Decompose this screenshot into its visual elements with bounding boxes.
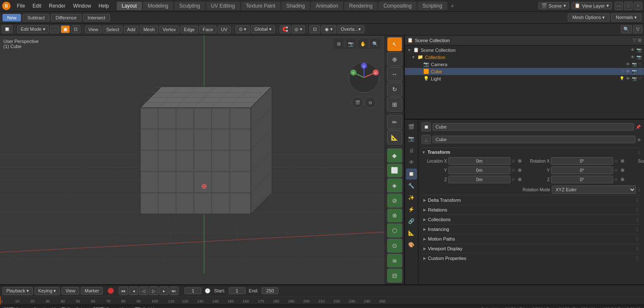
props-icon-output[interactable]: 🖨 [406, 145, 417, 156]
transform-orientation[interactable]: Global ▾ [251, 25, 275, 33]
tool-annotate[interactable]: ✏ [387, 115, 402, 129]
coll-render-icon[interactable]: 📷 [636, 55, 641, 59]
view-menu[interactable]: View [85, 26, 102, 33]
cube-render-icon[interactable]: 📷 [632, 69, 637, 74]
mesh-display-vertices[interactable]: · [50, 26, 59, 33]
light-render-icon[interactable]: 📷 [632, 76, 637, 81]
shading-mode[interactable]: ◉ ▾ [321, 25, 336, 33]
props-icon-physics[interactable]: ⚡ [406, 204, 417, 215]
tool-knife[interactable]: ⊗ [387, 209, 402, 223]
light-vis-icon[interactable]: 👁 [626, 76, 630, 81]
viewport-zoom-icon[interactable]: 🔍 [370, 39, 380, 49]
xray-toggle[interactable]: ⊡ [310, 25, 320, 33]
tool-bevel[interactable]: ◈ [387, 178, 402, 193]
tool-rotate[interactable]: ↻ [387, 82, 402, 96]
view-dropdown[interactable]: View [61, 287, 79, 295]
object-name-field[interactable] [433, 123, 634, 131]
menu-window[interactable]: Window [69, 2, 94, 10]
tool-cursor[interactable]: ⊕ [387, 52, 402, 67]
bool-new-button[interactable]: New [3, 14, 21, 21]
add-workspace-tab[interactable]: + [448, 2, 457, 10]
tool-loop-cut[interactable]: ⊘ [387, 193, 402, 208]
editor-type-icon[interactable]: 🔲 [2, 25, 13, 33]
record-button[interactable] [108, 288, 114, 294]
jump-start-btn[interactable]: ⏮ [119, 287, 128, 295]
vertex-menu[interactable]: Vertex [159, 26, 179, 33]
outliner-item-collection[interactable]: ▼ 📁 Collection 👁 📷 [405, 54, 644, 61]
menu-render[interactable]: Render [45, 2, 69, 10]
nav-gizmo[interactable]: X Y Z [347, 61, 381, 94]
tab-sculpting[interactable]: Sculpting [174, 2, 205, 10]
tab-modeling[interactable]: Modeling [143, 2, 174, 10]
tab-compositing[interactable]: Compositing [378, 2, 417, 10]
cam-vis-icon[interactable]: 👁 [626, 62, 630, 67]
loc-z-field[interactable] [448, 176, 510, 183]
props-icon-material[interactable]: 🎨 [406, 239, 417, 250]
window-controls[interactable]: — [615, 2, 623, 10]
instancing-header[interactable]: ▶ Instancing ⣿ [422, 226, 641, 233]
next-frame-btn[interactable]: ▸ [159, 287, 168, 295]
props-icon-render[interactable]: 📷 [406, 133, 417, 144]
proportional-edit[interactable]: ◎ ▾ [292, 25, 305, 33]
add-menu[interactable]: Add [124, 26, 139, 33]
pin-icon[interactable]: 📌 [636, 125, 641, 129]
motion-paths-header[interactable]: ▶ Motion Paths ⣿ [422, 236, 641, 242]
tab-rendering[interactable]: Rendering [344, 2, 377, 10]
tab-animation[interactable]: Animation [311, 2, 343, 10]
overlays-toggle[interactable]: Overla...▾ [337, 25, 364, 33]
menu-file[interactable]: File [13, 2, 28, 10]
viewport-display-header[interactable]: ▶ Viewport Display ⣿ [422, 245, 641, 252]
rot-z-field[interactable] [551, 176, 613, 183]
jump-end-btn[interactable]: ⏭ [169, 287, 179, 295]
props-icon-particles[interactable]: ✨ [406, 192, 417, 203]
outliner-item-camera[interactable]: 📷 Camera 👁 📷 ▽ [405, 61, 644, 68]
viewport-3d[interactable]: User Perspective (1) Cube ⊞ 📷 ✋ 🔍 X Y [0, 35, 404, 284]
mesh-options-button[interactable]: Mesh Options ▾ [568, 13, 609, 21]
normals-button[interactable]: Normals ▾ [611, 13, 641, 21]
transform-section-header[interactable]: ▼ Transform ⣿ [422, 147, 641, 156]
data-options-icon[interactable]: ⊕ [637, 137, 641, 142]
loc-y-field[interactable] [448, 166, 510, 174]
ortho-toggle[interactable]: ⊙ [364, 96, 376, 108]
viewport-grid-icon[interactable]: ⊞ [334, 39, 344, 49]
end-frame-field[interactable] [262, 287, 278, 294]
relations-header[interactable]: ▶ Relations ⣿ [422, 206, 641, 213]
rot-x-field[interactable] [551, 157, 613, 165]
outliner-item-light[interactable]: 💡 Light 💡 👁 📷 ▽ [405, 75, 644, 82]
scene-selector[interactable]: 🎬 Scene ▾ [538, 2, 569, 9]
view-layer-selector[interactable]: 📋 View Layer ▾ [572, 2, 612, 9]
tool-spin[interactable]: ⊙ [387, 238, 402, 253]
props-icon-object[interactable]: 🔲 [406, 169, 417, 179]
data-name-field[interactable] [433, 136, 636, 143]
props-icon-view[interactable]: 👁 [406, 157, 417, 168]
tab-scripting[interactable]: Scripting [417, 2, 447, 10]
scene-vis-icon[interactable]: 👁 [631, 48, 635, 52]
window-close[interactable]: × [634, 2, 642, 10]
collections-header[interactable]: ▶ Collections ⣿ [422, 216, 641, 223]
custom-props-header[interactable]: ▶ Custom Properties ⣿ [422, 255, 641, 262]
prev-frame-btn[interactable]: ◂ [129, 287, 138, 295]
scene-render-icon[interactable]: 📷 [636, 48, 641, 52]
playback-dropdown[interactable]: Playback ▾ [3, 287, 33, 295]
edit-mode-dropdown[interactable]: Edit Mode ▾ [17, 25, 49, 33]
filter-button[interactable]: ▽ [633, 25, 642, 33]
start-frame-field[interactable] [229, 287, 246, 294]
viewport-hand-icon[interactable]: ✋ [358, 39, 368, 49]
mesh-display-faces[interactable]: ⊡ [71, 25, 80, 33]
search-button[interactable]: 🔍 [621, 25, 632, 33]
current-frame-field[interactable] [184, 287, 201, 294]
coll-vis-icon[interactable]: 👁 [631, 55, 635, 59]
tool-extrude[interactable]: ◆ [387, 148, 402, 163]
tool-move[interactable]: ↔ [387, 67, 402, 81]
uv-menu[interactable]: UV [218, 26, 231, 33]
tool-edge-slide[interactable]: ⊟ [387, 268, 402, 283]
window-maximize[interactable]: □ [624, 2, 633, 10]
delta-transform-header[interactable]: ▶ Delta Transform ⣿ [422, 197, 641, 204]
props-icon-modifier[interactable]: 🔧 [406, 180, 417, 191]
menu-edit[interactable]: Edit [29, 2, 45, 10]
bool-subtract-button[interactable]: Subtract [23, 14, 49, 21]
timeline-ruler[interactable]: 1 10 20 30 40 50 60 70 80 90 100 110 120… [0, 296, 644, 305]
props-icon-data[interactable]: 📐 [406, 228, 417, 238]
marker-dropdown[interactable]: Marker [81, 287, 103, 295]
keying-dropdown[interactable]: Keying ▾ [35, 287, 60, 295]
